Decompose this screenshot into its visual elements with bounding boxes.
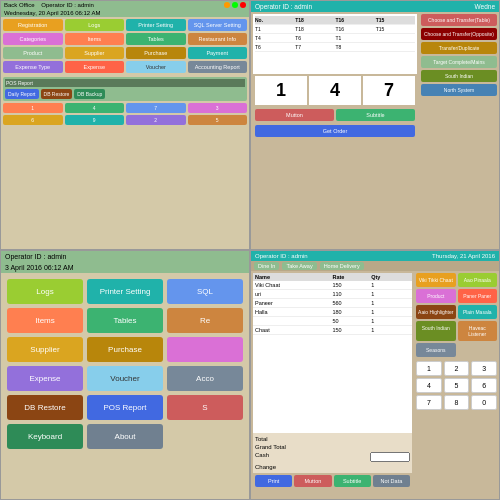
sub-btn-6[interactable]: 9 (65, 115, 125, 125)
q3-supplier-btn[interactable]: Supplier (7, 337, 83, 362)
south-indian-btn[interactable]: South Indian (421, 70, 497, 82)
table-row[interactable]: T6T7T8 (255, 43, 415, 52)
sub-btn-8[interactable]: 5 (188, 115, 248, 125)
subtitle-btn2[interactable]: Subtitle (334, 475, 371, 487)
cat-btn-8[interactable]: Haveac Listener (458, 321, 498, 341)
q3-expense-btn[interactable]: Expense (7, 366, 83, 391)
q3-about-btn[interactable]: About (87, 424, 163, 449)
tables-btn[interactable]: Tables (126, 33, 186, 45)
q3-purchase-btn[interactable]: Purchase (87, 337, 163, 362)
change-row: Change (255, 463, 410, 471)
choose-transfer-opp-btn[interactable]: Choose and Transfer(Opposite) (421, 28, 497, 40)
dine-in-tab[interactable]: Dine In (254, 262, 279, 270)
q1-menu-grid: Registration Logs Printer Setting SQL Se… (1, 17, 249, 75)
db-backup-btn[interactable]: DB Backup (74, 89, 105, 99)
cat-btn-4[interactable]: Paner Paner (458, 289, 498, 303)
action-btns: Mutton Subtitle (253, 107, 417, 123)
num-8-btn[interactable]: 8 (444, 395, 470, 410)
q3-pos-report-btn[interactable]: POS Report (87, 395, 163, 420)
get-order-btn[interactable]: Get Order (255, 125, 415, 137)
num-7-btn[interactable]: 7 (416, 395, 442, 410)
accounting-report-btn[interactable]: Accounting Report (188, 61, 248, 73)
q3-printer-setting-btn[interactable]: Printer Setting (87, 279, 163, 304)
table-row[interactable]: T4T6T1 (255, 34, 415, 43)
north-system-btn[interactable]: North System (421, 84, 497, 96)
sub-btn-2[interactable]: 4 (65, 103, 125, 113)
sub-btn-5[interactable]: 6 (3, 115, 63, 125)
num-5-btn[interactable]: 5 (444, 378, 470, 393)
mutton-btn2[interactable]: Mutton (294, 475, 331, 487)
target-complete-btn[interactable]: Target Complete/Mains (421, 56, 497, 68)
sql-server-btn[interactable]: SQL Server Setting (188, 19, 248, 31)
order-row-6[interactable]: Chaat1501 (253, 326, 412, 335)
cat-btn-9[interactable]: Seasons (416, 343, 456, 357)
printer-setting-btn[interactable]: Printer Setting (126, 19, 186, 31)
q3-keyboard-btn[interactable]: Keyboard (7, 424, 83, 449)
choose-transfer-table-btn[interactable]: Choose and Transfer(Table) (421, 14, 497, 26)
q3-sql-btn[interactable]: SQL (167, 279, 243, 304)
transfer-duplicate-btn[interactable]: Transfer/Duplicate (421, 42, 497, 54)
q4-sub-bar: Dine In Take Away Home Delivery (251, 261, 499, 271)
db-restore-btn[interactable]: DB Restore (41, 89, 73, 99)
sub-btn-7[interactable]: 2 (126, 115, 186, 125)
maximize-icon[interactable] (232, 2, 238, 8)
q3-s-btn[interactable]: S (167, 395, 243, 420)
order-row-5[interactable]: 501 (253, 317, 412, 326)
voucher-btn[interactable]: Voucher (126, 61, 186, 73)
col-rate: Rate (333, 274, 372, 280)
col-no: No. (255, 17, 294, 23)
product-btn[interactable]: Product (3, 47, 63, 59)
col-t16: T16 (336, 17, 375, 23)
take-away-tab[interactable]: Take Away (282, 262, 316, 270)
mutton-btn[interactable]: Mutton (255, 109, 334, 121)
logs-btn[interactable]: Logs (65, 19, 125, 31)
sub-btn-3[interactable]: 7 (126, 103, 186, 113)
num-1-btn[interactable]: 1 (416, 361, 442, 376)
q3-tables-btn[interactable]: Tables (87, 308, 163, 333)
cat-btn-5[interactable]: Aaio Highlighter (416, 305, 456, 319)
q3-menu-grid: Logs Printer Setting SQL Items Tables Re… (1, 273, 249, 455)
categories-btn[interactable]: Categories (3, 33, 63, 45)
cat-btn-7[interactable]: South Indian (416, 321, 456, 341)
order-row-3[interactable]: Paneer5601 (253, 299, 412, 308)
supplier-btn[interactable]: Supplier (65, 47, 125, 59)
order-row-1[interactable]: Viki Chaat1501 (253, 281, 412, 290)
print-btn[interactable]: Print (255, 475, 292, 487)
q3-accounting-btn[interactable]: Acco (167, 366, 243, 391)
restaurant-info-btn[interactable]: Restaurant Info (188, 33, 248, 45)
subtitle-btn[interactable]: Subtitle (336, 109, 415, 121)
num-3-btn[interactable]: 3 (471, 361, 497, 376)
cat-btn-6[interactable]: Plain Masala (458, 305, 498, 319)
expense-type-btn[interactable]: Expense Type (3, 61, 63, 73)
order-row-4[interactable]: Halla1801 (253, 308, 412, 317)
get-order-area: Get Order (253, 123, 417, 139)
sub-btn-4[interactable]: 3 (188, 103, 248, 113)
num-2-btn[interactable]: 2 (444, 361, 470, 376)
cat-btn-3[interactable]: Product (416, 289, 456, 303)
q3-logs-btn[interactable]: Logs (7, 279, 83, 304)
daily-report-btn[interactable]: Daily Report (5, 89, 39, 99)
num-4-btn[interactable]: 4 (416, 378, 442, 393)
home-delivery-tab[interactable]: Home Delivery (320, 262, 364, 270)
close-icon[interactable] (240, 2, 246, 8)
sub-btn-1[interactable]: 1 (3, 103, 63, 113)
not-data-btn[interactable]: Not Data (373, 475, 410, 487)
cash-input[interactable] (370, 452, 410, 462)
num-0-btn[interactable]: 0 (471, 395, 497, 410)
q3-db-restore-btn[interactable]: DB Restore (7, 395, 83, 420)
items-btn[interactable]: Items (65, 33, 125, 45)
num-6-btn[interactable]: 6 (471, 378, 497, 393)
q3-items-btn[interactable]: Items (7, 308, 83, 333)
order-row-2[interactable]: uri1101 (253, 290, 412, 299)
purchase-btn[interactable]: Purchase (126, 47, 186, 59)
expense-btn[interactable]: Expense (65, 61, 125, 73)
registration-btn[interactable]: Registration (3, 19, 63, 31)
table-row[interactable]: T1T18T16T15 (255, 25, 415, 34)
cat-btn-1[interactable]: Viki Tikki Chaat (416, 273, 456, 287)
payment-btn[interactable]: Payment (188, 47, 248, 59)
q3-restaurant-btn[interactable]: Re (167, 308, 243, 333)
q3-voucher-btn[interactable]: Voucher (87, 366, 163, 391)
cat-btn-2[interactable]: Aao Pinaala (458, 273, 498, 287)
q3-extra-btn[interactable] (167, 337, 243, 362)
minimize-icon[interactable] (224, 2, 230, 8)
